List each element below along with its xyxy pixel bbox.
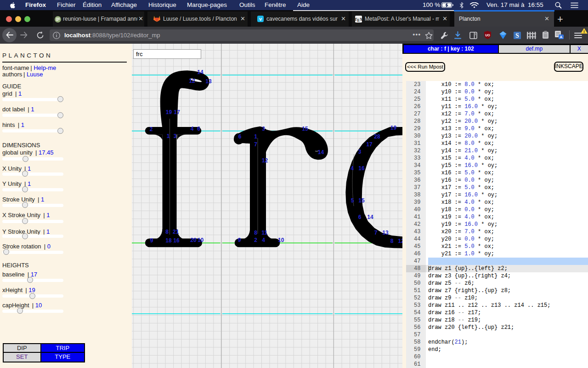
svg-text:v: v [259,16,262,22]
svg-text:!: ! [583,29,585,34]
svg-text:A: A [560,35,563,39]
svg-text:UO: UO [485,34,490,37]
svg-text:S: S [515,32,519,39]
